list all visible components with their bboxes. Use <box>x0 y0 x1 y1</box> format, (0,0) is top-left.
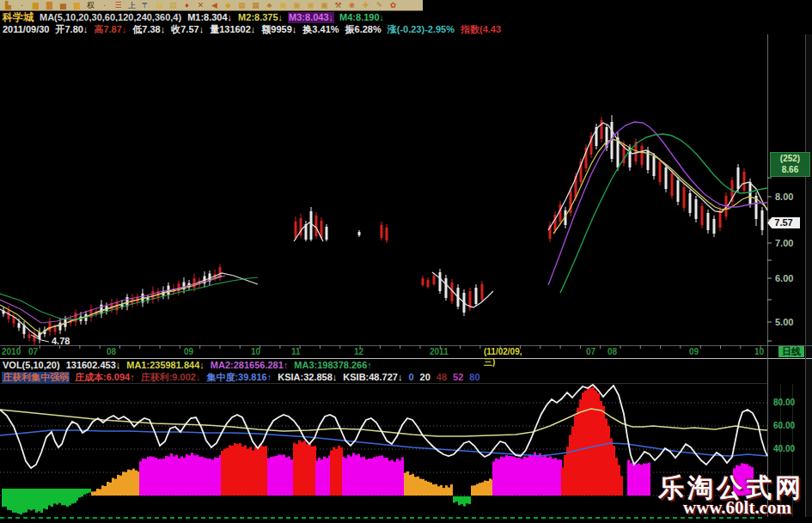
toolbar-icon[interactable]: ◀ <box>208 1 221 10</box>
ma1-value: M1:8.304↓ <box>186 12 233 23</box>
vol-ma1: MA1:235981.844↓ <box>125 360 205 371</box>
level-80: 80 <box>468 372 480 383</box>
toolbar-icon[interactable]: ✎ <box>373 1 386 10</box>
ksia-value: KSIA:32.858↓ <box>277 372 338 383</box>
toolbar-icon[interactable]: ▆ <box>70 1 83 10</box>
time-axis-label: 08 <box>607 347 617 356</box>
ksib-value: KSIB:48.727↓ <box>342 372 403 383</box>
price-axis-label: 6.00 <box>775 273 793 283</box>
toolbar-icon[interactable]: ▅ <box>57 1 70 10</box>
toolbar-icon[interactable]: ▣ <box>277 1 290 10</box>
stock-header: 科学城 MA(5,10,20,30,60,120,240,360,4) M1:8… <box>2 11 385 23</box>
time-axis-label: 2011 <box>430 347 449 356</box>
toolbar-icon[interactable]: ♦ <box>180 1 193 10</box>
high-price: 高7.87↓ <box>93 24 127 35</box>
current-price-tag: 7.57 <box>767 217 800 228</box>
indicator-axis-label: 40.00 <box>773 444 795 453</box>
high-252-value: 8.66 <box>771 164 809 175</box>
ksib-line <box>0 409 767 436</box>
ma3-value: M3:8.043↓ <box>288 12 334 23</box>
price-axis-label: 7.00 <box>775 238 793 248</box>
turnover: 换3.41% <box>302 24 339 35</box>
toolbar-icon[interactable]: ▆ <box>29 1 42 10</box>
close-price: 收7.57↓ <box>170 24 205 35</box>
vol-settings: VOL(5,10,20) <box>2 360 61 371</box>
chart-frame <box>0 34 812 517</box>
time-axis-label: 08 <box>107 347 116 356</box>
ma2-value: M2:8.375↓ <box>237 12 284 23</box>
vol-ma3: MA3:198378.266↑ <box>293 360 373 371</box>
indicator-axis-label: 60.00 <box>773 421 795 430</box>
toolbar-icon[interactable]: ▤ <box>153 1 166 10</box>
indicator-lines <box>0 385 767 468</box>
index-value: 指数(4.43 <box>460 24 502 35</box>
open-price: 开7.80↓ <box>54 24 89 35</box>
toolbar-icon[interactable]: ♣ <box>263 1 276 10</box>
banker-cost: 庄成本:6.094↑ <box>74 372 136 383</box>
candles-layer <box>3 115 764 345</box>
toolbar-icon[interactable]: ⚒ <box>332 1 345 10</box>
ma-lines <box>0 122 767 337</box>
ma4-line <box>0 277 258 319</box>
level-48: 48 <box>436 372 448 383</box>
time-axis-label: 10 <box>251 347 260 356</box>
toolbar-icon[interactable]: ▣ <box>304 1 317 10</box>
toolbar-icon[interactable]: ☰ <box>112 1 125 10</box>
concentration: 集中度:39.816↑ <box>205 372 272 383</box>
toolbar-icon[interactable]: ▣ <box>290 1 303 10</box>
indicator-bars <box>2 386 754 514</box>
toolbar-icon[interactable]: ▣ <box>318 1 331 10</box>
level-52: 52 <box>452 372 464 383</box>
indicator-axis-label: 80.00 <box>773 398 795 407</box>
toolbar: ▙·▆▇▅▆权·☰上〒▤▤♦✕◀◆▦▦♣▣▣▣▣⚒❀✚✎✿ <box>0 0 423 11</box>
trade-date: 2011/09/30 <box>2 24 50 35</box>
toolbar-icon[interactable]: ✿ <box>387 1 400 10</box>
toolbar-icon[interactable]: ▦ <box>235 1 248 10</box>
chart-canvas[interactable] <box>0 0 812 523</box>
period-selector[interactable]: 日线 <box>778 346 804 357</box>
amount: 额9959↓ <box>260 24 297 35</box>
toolbar-icon[interactable]: ▦ <box>249 1 262 10</box>
ma3-line <box>548 122 767 285</box>
quote-info-bar: 2011/09/30开7.80↓高7.87↓低7.38↓收7.57↓量13160… <box>2 23 502 35</box>
ma3-line <box>0 276 225 323</box>
time-axis-label: 10 <box>754 347 764 356</box>
toolbar-icon[interactable]: ❀ <box>345 1 358 10</box>
time-axis-label: 11 <box>291 347 301 356</box>
indicator-info-bar: 庄获利集中强弱庄成本:6.094↑庄获利:9.002↓集中度:39.816↑KS… <box>2 371 481 383</box>
price-axis-label: 5.00 <box>775 317 793 327</box>
vol-value: 131602.453↓ <box>65 360 122 371</box>
banker-profit: 庄获利:9.002↓ <box>140 372 202 383</box>
time-axis-label: 07 <box>586 347 595 356</box>
toolbar-icon[interactable]: · <box>98 1 111 10</box>
high-252-box: (252) 8.66 <box>770 152 810 177</box>
time-axis-label: 07 <box>28 347 38 356</box>
toolbar-icon[interactable]: · <box>15 1 28 10</box>
stock-name: 科学城 <box>2 12 34 23</box>
ma-arc <box>294 222 323 241</box>
toolbar-icon[interactable]: ◆ <box>222 1 235 10</box>
toolbar-icon[interactable]: ▇ <box>43 1 56 10</box>
low-annotation: 4.78 <box>52 336 70 346</box>
toolbar-icon[interactable]: ✚ <box>359 1 372 10</box>
trading-app-window: ▙·▆▇▅▆权·☰上〒▤▤♦✕◀◆▦▦♣▣▣▣▣⚒❀✚✎✿ 科学城 MA(5,1… <box>0 0 812 523</box>
price-axis-label: 8.00 <box>775 192 793 202</box>
toolbar-icon[interactable]: 上 <box>125 1 138 10</box>
time-axis-label: 12 <box>354 347 363 356</box>
low-price: 低7.38↓ <box>131 24 166 35</box>
level-20: 20 <box>419 372 431 383</box>
indicator-name: 庄获利集中强弱 <box>2 372 70 383</box>
toolbar-icon[interactable]: ▤ <box>167 1 180 10</box>
change: 涨(-0.23)-2.95% <box>387 24 455 35</box>
crosshair-date-label: (11/02/09,三) <box>484 347 522 368</box>
vol-ma2: MA2:281656.281↑ <box>210 360 290 371</box>
time-axis-label: 2010 <box>2 347 21 356</box>
level-0: 0 <box>407 372 414 383</box>
time-axis-label: 09 <box>689 347 699 356</box>
toolbar-icon[interactable]: 〒 <box>139 1 152 10</box>
toolbar-icon[interactable]: ✕ <box>194 1 207 10</box>
toolbar-icon[interactable]: ▙ <box>2 1 15 10</box>
volume-info-bar: VOL(5,10,20)131602.453↓MA1:235981.844↓MA… <box>2 360 373 371</box>
ma-settings: MA(5,10,20,30,60,120,240,360,4) <box>39 12 182 23</box>
toolbar-icon[interactable]: 权 <box>84 1 97 10</box>
